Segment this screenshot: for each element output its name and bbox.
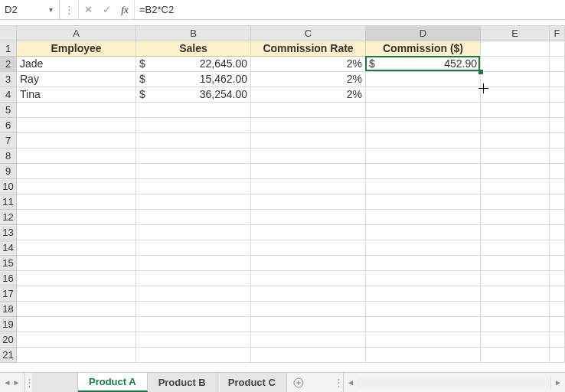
row-header-9[interactable]: 9 (0, 164, 17, 179)
cell-B19[interactable] (136, 317, 251, 332)
cell-E6[interactable] (481, 118, 550, 133)
cell-A17[interactable] (17, 286, 136, 302)
cell-A14[interactable] (17, 240, 136, 256)
row-header-13[interactable]: 13 (0, 225, 17, 240)
cell-D10[interactable] (366, 179, 481, 194)
cell-B10[interactable] (136, 179, 251, 194)
cell-A3[interactable]: Ray (17, 72, 136, 87)
row-header-17[interactable]: 17 (0, 286, 17, 302)
cell-B17[interactable] (136, 286, 251, 302)
sheet-tab-product-a[interactable]: Product A (78, 373, 148, 392)
cell-D20[interactable] (366, 332, 481, 348)
cell-E21[interactable] (481, 348, 550, 363)
cell-C10[interactable] (251, 179, 366, 194)
cell-F15[interactable] (550, 256, 565, 271)
cell-B6[interactable] (136, 118, 251, 133)
cell-B4[interactable]: $36,254.00 (136, 87, 251, 103)
insert-function-button[interactable]: fx (116, 0, 134, 19)
cell-F18[interactable] (550, 302, 565, 317)
cell-A12[interactable] (17, 210, 136, 225)
row-header-2[interactable]: 2 (0, 57, 17, 72)
cell-C7[interactable] (251, 133, 366, 149)
horizontal-scrollbar[interactable]: ◄ ► (343, 373, 565, 392)
row-header-10[interactable]: 10 (0, 179, 17, 194)
cell-B3[interactable]: $15,462.00 (136, 72, 251, 87)
cell-F4[interactable] (550, 87, 565, 103)
cell-D12[interactable] (366, 210, 481, 225)
cell-F1[interactable] (550, 41, 565, 57)
cell-C11[interactable] (251, 194, 366, 210)
cell-D1[interactable]: Commission ($) (366, 41, 481, 57)
cell-A2[interactable]: Jade (17, 57, 136, 72)
cell-C6[interactable] (251, 118, 366, 133)
row-header-4[interactable]: 4 (0, 87, 17, 103)
cell-A21[interactable] (17, 348, 136, 363)
cell-F5[interactable] (550, 103, 565, 118)
cell-D14[interactable] (366, 240, 481, 256)
cell-E1[interactable] (481, 41, 550, 57)
sheet-tab-product-b[interactable]: Product B (148, 373, 217, 392)
cell-F17[interactable] (550, 286, 565, 302)
cell-F10[interactable] (550, 179, 565, 194)
row-header-18[interactable]: 18 (0, 302, 17, 317)
cell-A8[interactable] (17, 149, 136, 164)
cell-E17[interactable] (481, 286, 550, 302)
cell-E13[interactable] (481, 225, 550, 240)
cell-E20[interactable] (481, 332, 550, 348)
cell-D19[interactable] (366, 317, 481, 332)
cell-C2[interactable]: 2% (251, 57, 366, 72)
cell-C12[interactable] (251, 210, 366, 225)
cell-D8[interactable] (366, 149, 481, 164)
cell-E18[interactable] (481, 302, 550, 317)
cell-C9[interactable] (251, 164, 366, 179)
accept-formula-icon[interactable]: ✓ (97, 0, 116, 19)
cell-F9[interactable] (550, 164, 565, 179)
cell-D5[interactable] (366, 103, 481, 118)
cell-A20[interactable] (17, 332, 136, 348)
cell-E12[interactable] (481, 210, 550, 225)
formula-bar-dots-icon[interactable]: ⋮ (60, 0, 78, 19)
cell-E8[interactable] (481, 149, 550, 164)
scroll-left-icon[interactable]: ◄ (344, 378, 358, 387)
cell-E4[interactable] (481, 87, 550, 103)
cell-E14[interactable] (481, 240, 550, 256)
cell-D9[interactable] (366, 164, 481, 179)
cell-B21[interactable] (136, 348, 251, 363)
cell-C16[interactable] (251, 271, 366, 286)
cell-B8[interactable] (136, 149, 251, 164)
cell-D11[interactable] (366, 194, 481, 210)
cancel-formula-icon[interactable]: ✕ (79, 0, 97, 19)
scroll-right-icon[interactable]: ► (551, 378, 565, 387)
row-header-21[interactable]: 21 (0, 348, 17, 363)
cell-F12[interactable] (550, 210, 565, 225)
cell-D17[interactable] (366, 286, 481, 302)
cell-B1[interactable]: Sales (136, 41, 251, 57)
cell-F14[interactable] (550, 240, 565, 256)
cell-F13[interactable] (550, 225, 565, 240)
cell-B13[interactable] (136, 225, 251, 240)
cell-F20[interactable] (550, 332, 565, 348)
cell-E16[interactable] (481, 271, 550, 286)
cell-F21[interactable] (550, 348, 565, 363)
cell-C15[interactable] (251, 256, 366, 271)
cell-A10[interactable] (17, 179, 136, 194)
row-header-15[interactable]: 15 (0, 256, 17, 271)
cell-B12[interactable] (136, 210, 251, 225)
cell-C1[interactable]: Commission Rate (251, 41, 366, 57)
formula-input[interactable]: =B2*C2 (135, 0, 565, 19)
cell-D6[interactable] (366, 118, 481, 133)
cell-A5[interactable] (17, 103, 136, 118)
cell-A15[interactable] (17, 256, 136, 271)
row-header-12[interactable]: 12 (0, 210, 17, 225)
cell-C5[interactable] (251, 103, 366, 118)
cell-F11[interactable] (550, 194, 565, 210)
cell-B5[interactable] (136, 103, 251, 118)
tab-scroll-buttons[interactable]: ◄ ► (0, 373, 24, 392)
row-header-16[interactable]: 16 (0, 271, 17, 286)
cell-D15[interactable] (366, 256, 481, 271)
cell-D13[interactable] (366, 225, 481, 240)
cell-E2[interactable] (481, 57, 550, 72)
cell-D18[interactable] (366, 302, 481, 317)
cell-C4[interactable]: 2% (251, 87, 366, 103)
cell-E9[interactable] (481, 164, 550, 179)
